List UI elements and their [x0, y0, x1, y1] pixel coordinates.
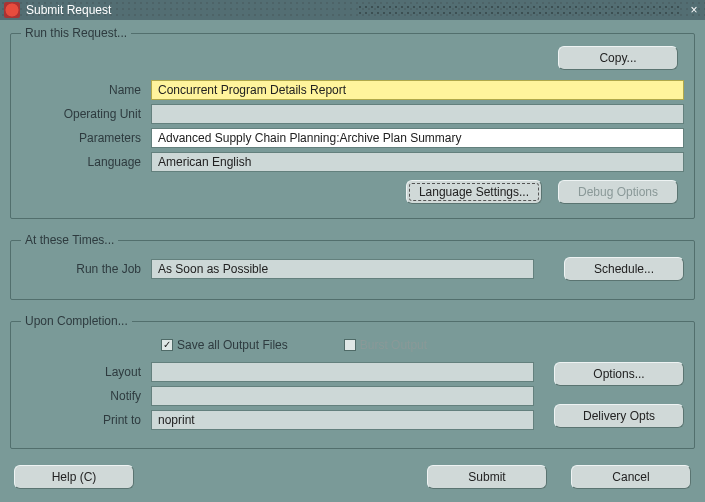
- completion-legend: Upon Completion...: [21, 314, 132, 328]
- checkbox-icon: [344, 339, 356, 351]
- notify-field[interactable]: [151, 386, 534, 406]
- name-field[interactable]: Concurrent Program Details Report: [151, 80, 684, 100]
- window-title: Submit Request: [26, 3, 349, 17]
- language-settings-button[interactable]: Language Settings...: [406, 180, 542, 204]
- footer-bar: Help (C) Submit Cancel: [10, 463, 695, 489]
- close-icon[interactable]: ×: [687, 3, 701, 17]
- notify-label: Notify: [21, 389, 151, 403]
- completion-section: Upon Completion... Save all Output Files…: [10, 314, 695, 449]
- parameters-label: Parameters: [21, 131, 151, 145]
- cancel-button[interactable]: Cancel: [571, 465, 691, 489]
- at-times-section: At these Times... Run the Job As Soon as…: [10, 233, 695, 300]
- parameters-field[interactable]: Advanced Supply Chain Planning:Archive P…: [151, 128, 684, 148]
- titlebar-pattern: [357, 4, 680, 16]
- run-job-field[interactable]: As Soon as Possible: [151, 259, 534, 279]
- content: Run this Request... Copy... Name Concurr…: [0, 20, 705, 497]
- language-label: Language: [21, 155, 151, 169]
- oracle-icon: [4, 2, 20, 18]
- at-times-legend: At these Times...: [21, 233, 118, 247]
- titlebar: Submit Request ×: [0, 0, 705, 20]
- layout-field[interactable]: [151, 362, 534, 382]
- debug-options-button: Debug Options: [558, 180, 678, 204]
- schedule-button[interactable]: Schedule...: [564, 257, 684, 281]
- submit-button-label: Submit: [468, 470, 505, 484]
- cancel-button-label: Cancel: [612, 470, 649, 484]
- print-to-label: Print to: [21, 413, 151, 427]
- run-job-label: Run the Job: [21, 262, 151, 276]
- help-button[interactable]: Help (C): [14, 465, 134, 489]
- checkbox-icon: [161, 339, 173, 351]
- run-request-legend: Run this Request...: [21, 26, 131, 40]
- operating-unit-field[interactable]: [151, 104, 684, 124]
- name-label: Name: [21, 83, 151, 97]
- delivery-opts-button[interactable]: Delivery Opts: [554, 404, 684, 428]
- print-to-field[interactable]: noprint: [151, 410, 534, 430]
- language-field[interactable]: American English: [151, 152, 684, 172]
- save-output-label: Save all Output Files: [177, 338, 288, 352]
- copy-button[interactable]: Copy...: [558, 46, 678, 70]
- options-button[interactable]: Options...: [554, 362, 684, 386]
- submit-button[interactable]: Submit: [427, 465, 547, 489]
- run-request-section: Run this Request... Copy... Name Concurr…: [10, 26, 695, 219]
- save-output-checkbox[interactable]: Save all Output Files: [161, 338, 288, 352]
- layout-label: Layout: [21, 365, 151, 379]
- burst-output-checkbox: Burst Output: [344, 338, 427, 352]
- burst-output-label: Burst Output: [360, 338, 427, 352]
- operating-unit-label: Operating Unit: [21, 107, 151, 121]
- help-button-label: Help (C): [52, 470, 97, 484]
